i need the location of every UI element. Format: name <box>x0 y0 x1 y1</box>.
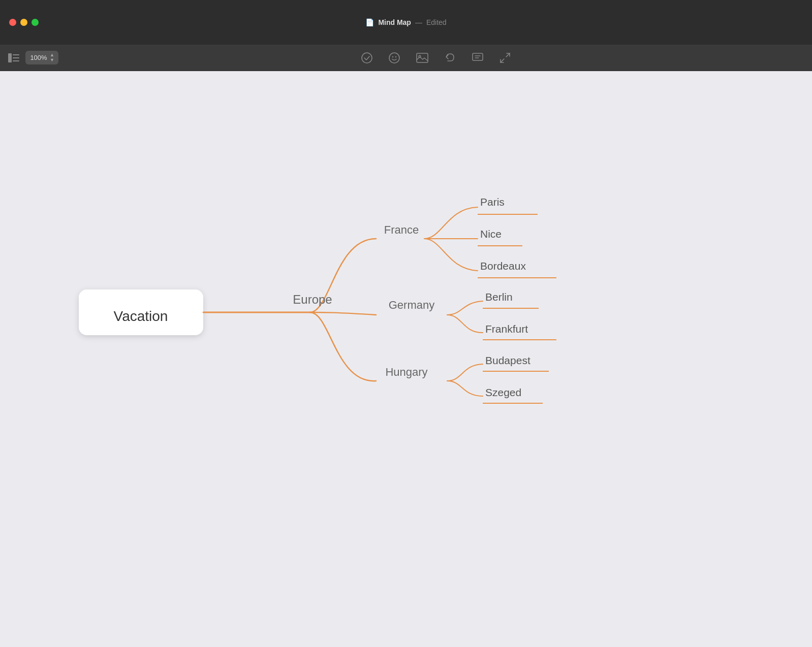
maximize-button[interactable] <box>32 19 39 26</box>
zoom-control[interactable]: 100% ▲ ▼ <box>25 51 58 64</box>
edited-status: Edited <box>426 18 447 26</box>
svg-line-14 <box>501 59 504 62</box>
zoom-up-icon: ▲ <box>50 53 54 57</box>
zoom-stepper[interactable]: ▲ ▼ <box>50 53 54 62</box>
szeged-label: Szeged <box>485 386 521 398</box>
title-separator: — <box>415 18 422 26</box>
toolbar: 100% ▲ ▼ <box>0 45 812 71</box>
zoom-value: 100% <box>29 54 48 61</box>
minimize-button[interactable] <box>20 19 27 26</box>
window-controls <box>0 19 39 26</box>
svg-point-5 <box>389 53 399 63</box>
berlin-label: Berlin <box>485 291 513 303</box>
svg-point-7 <box>395 56 396 57</box>
svg-rect-2 <box>13 57 19 58</box>
mindmap-svg: Vacation Europe France Germany Hungary P… <box>0 71 812 647</box>
svg-line-13 <box>506 53 510 57</box>
close-button[interactable] <box>9 19 16 26</box>
toolbar-center <box>69 52 804 63</box>
toolbar-left: 100% ▲ ▼ <box>8 51 58 64</box>
document-title: Mind Map <box>378 18 411 26</box>
paris-label: Paris <box>480 196 505 208</box>
titlebar-center: 📄 Mind Map — Edited <box>365 18 446 26</box>
zoom-down-icon: ▼ <box>50 58 54 62</box>
bordeaux-label: Bordeaux <box>480 260 526 272</box>
collapse-icon[interactable] <box>499 52 511 63</box>
hungary-label: Hungary <box>385 366 427 378</box>
comment-icon[interactable] <box>472 53 483 63</box>
emoji-icon[interactable] <box>389 52 400 63</box>
titlebar: 📄 Mind Map — Edited <box>0 0 812 45</box>
root-node-label: Vacation <box>114 308 168 324</box>
europe-label: Europe <box>293 293 332 306</box>
svg-point-4 <box>362 53 372 63</box>
document-icon: 📄 <box>365 18 374 26</box>
nice-label: Nice <box>480 228 502 240</box>
frankfurt-label: Frankfurt <box>485 323 528 335</box>
canvas[interactable]: Vacation Europe France Germany Hungary P… <box>0 71 812 647</box>
france-label: France <box>384 223 419 236</box>
svg-point-6 <box>392 56 393 57</box>
image-icon[interactable] <box>416 53 428 63</box>
svg-rect-0 <box>8 53 12 62</box>
budapest-label: Budapest <box>485 354 530 366</box>
svg-rect-1 <box>13 54 19 55</box>
svg-rect-10 <box>473 53 483 60</box>
sidebar-toggle-button[interactable] <box>8 53 19 62</box>
germany-label: Germany <box>389 299 434 311</box>
svg-rect-3 <box>13 60 19 61</box>
undo-icon[interactable] <box>445 53 456 63</box>
check-icon[interactable] <box>361 52 372 63</box>
